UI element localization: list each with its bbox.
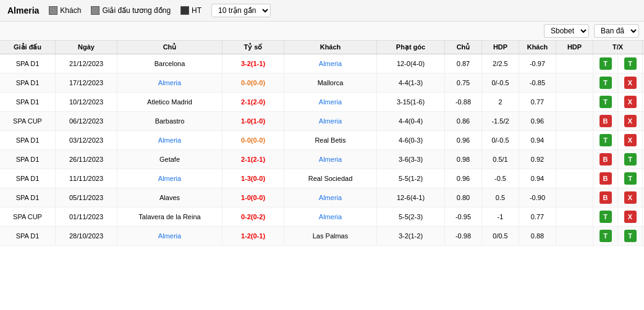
cell-sub-khach: 0.96 xyxy=(519,112,556,130)
cell-sub-hdp2 xyxy=(556,169,593,188)
cell-tyso: 1-0(0-0) xyxy=(222,188,284,207)
cell-sub-hdp2 xyxy=(556,150,593,169)
cell-sub-hdp2 xyxy=(556,93,593,111)
cell-sub-hdp: -1.5/2 xyxy=(482,112,519,130)
cell-sub-hdp2 xyxy=(556,112,593,130)
cell-khach[interactable]: Almeria xyxy=(284,93,377,111)
cell-ngay: 03/12/2023 xyxy=(56,131,117,149)
cell-x: T xyxy=(618,227,643,245)
t-badge: T xyxy=(600,230,612,242)
cell-phatgoc: 5-5(2-3) xyxy=(377,207,445,226)
cell-khach: Real Sociedad xyxy=(284,169,377,188)
cell-t: T xyxy=(593,93,618,111)
cell-giai: SPA D1 xyxy=(0,93,56,111)
x-badge: T xyxy=(624,57,637,70)
cell-sub-hdp2 xyxy=(556,188,593,207)
cell-sub-khach: -0.90 xyxy=(519,188,556,207)
col-chu: Chủ xyxy=(117,41,222,54)
x-badge: X xyxy=(624,96,637,108)
cell-khach: Las Palmas xyxy=(284,227,377,245)
cell-chu[interactable]: Almeria xyxy=(117,73,222,92)
x-badge: T xyxy=(624,172,637,185)
x-badge: X xyxy=(624,134,637,146)
cell-khach[interactable]: Almeria xyxy=(284,150,377,169)
ban-da-dropdown[interactable]: Ban đã xyxy=(594,24,639,38)
cell-sub-khach: 0.94 xyxy=(519,169,556,188)
col-tx: T/X xyxy=(593,41,643,54)
table-row: SPA D1 28/10/2023 Almeria 1-2(0-1) Las P… xyxy=(0,227,644,246)
x-badge: X xyxy=(624,77,637,89)
cell-x: X xyxy=(618,112,643,130)
cell-sub-chu: 0.87 xyxy=(445,54,482,73)
cell-chu: Barbastro xyxy=(117,112,222,130)
cell-phatgoc: 3-6(3-3) xyxy=(377,150,445,169)
cell-giai: SPA D1 xyxy=(0,227,56,245)
t-badge: T xyxy=(600,96,612,108)
cell-x: T xyxy=(618,54,643,73)
cell-giai: SPA D1 xyxy=(0,54,56,73)
cell-sub-hdp: 2/2.5 xyxy=(482,54,519,73)
cell-chu: Alaves xyxy=(117,188,222,207)
cell-phatgoc: 4-6(0-3) xyxy=(377,131,445,149)
cell-tyso: 0-2(0-2) xyxy=(222,207,284,226)
cell-ngay: 05/11/2023 xyxy=(56,188,117,207)
cell-sub-khach: 0.88 xyxy=(519,227,556,245)
cell-ngay: 21/12/2023 xyxy=(56,54,117,73)
cell-chu[interactable]: Almeria xyxy=(117,169,222,188)
cell-sub-chu: 0.98 xyxy=(445,150,482,169)
cell-sub-khach: 0.94 xyxy=(519,131,556,149)
cell-chu[interactable]: Almeria xyxy=(117,227,222,245)
cell-chu[interactable]: Almeria xyxy=(117,131,222,149)
cell-sub-hdp2 xyxy=(556,131,593,149)
cell-sub-khach: 0.92 xyxy=(519,150,556,169)
cell-x: X xyxy=(618,73,643,92)
cell-khach[interactable]: Almeria xyxy=(284,188,377,207)
col-sub-hdp2: HDP xyxy=(556,41,593,54)
sbobet-dropdown[interactable]: Sbobet xyxy=(544,24,589,38)
cell-khach[interactable]: Almeria xyxy=(284,112,377,130)
table-row: SPA D1 26/11/2023 Getafe 2-1(2-1) Almeri… xyxy=(0,150,644,169)
t-badge: B xyxy=(600,115,612,127)
cell-phatgoc: 3-15(1-6) xyxy=(377,93,445,111)
table-row: SPA CUP 06/12/2023 Barbastro 1-0(1-0) Al… xyxy=(0,112,644,131)
cell-khach: Mallorca xyxy=(284,73,377,92)
t-badge: B xyxy=(600,172,612,185)
cell-tyso: 1-3(0-0) xyxy=(222,169,284,188)
table-row: SPA D1 05/11/2023 Alaves 1-0(0-0) Almeri… xyxy=(0,188,644,207)
cell-tyso: 0-0(0-0) xyxy=(222,73,284,92)
cell-t: B xyxy=(593,169,618,188)
legend-ht: HT xyxy=(180,6,201,15)
cell-x: X xyxy=(618,131,643,149)
cell-t: T xyxy=(593,73,618,92)
ht-box xyxy=(180,6,189,15)
t-badge: T xyxy=(600,77,612,89)
cell-tyso: 1-0(1-0) xyxy=(222,112,284,130)
cell-sub-chu: 0.86 xyxy=(445,112,482,130)
cell-ngay: 26/11/2023 xyxy=(56,150,117,169)
cell-tyso: 2-1(2-1) xyxy=(222,150,284,169)
table-row: SPA D1 10/12/2023 Atletico Madrid 2-1(2-… xyxy=(0,93,644,112)
cell-sub-chu: 0.96 xyxy=(445,169,482,188)
cell-t: B xyxy=(593,150,618,169)
cell-sub-hdp2 xyxy=(556,207,593,226)
cell-t: T xyxy=(593,131,618,149)
table-row: SPA D1 03/12/2023 Almeria 0-0(0-0) Real … xyxy=(0,131,644,150)
cell-x: X xyxy=(618,188,643,207)
t-badge: T xyxy=(600,57,612,70)
cell-chu: Barcelona xyxy=(117,54,222,73)
col-ty-so: Tỷ số xyxy=(222,41,284,54)
filter-dropdown[interactable]: 10 trận gần xyxy=(211,4,271,17)
cell-khach[interactable]: Almeria xyxy=(284,54,377,73)
cell-ngay: 11/11/2023 xyxy=(56,169,117,188)
table-rows: SPA D1 21/12/2023 Barcelona 3-2(1-1) Alm… xyxy=(0,54,644,246)
col-headers: Giải đấu Ngày Chủ Tỷ số Khách Phạt góc C… xyxy=(0,41,644,54)
t-badge: B xyxy=(600,153,612,165)
cell-sub-hdp: 2 xyxy=(482,93,519,111)
col-sub-chu: Chủ xyxy=(445,41,482,54)
cell-phatgoc: 12-0(4-0) xyxy=(377,54,445,73)
cell-sub-hdp2 xyxy=(556,73,593,92)
khach-box xyxy=(49,6,57,15)
cell-sub-khach: 0.77 xyxy=(519,207,556,226)
cell-khach[interactable]: Almeria xyxy=(284,207,377,226)
cell-giai: SPA CUP xyxy=(0,207,56,226)
